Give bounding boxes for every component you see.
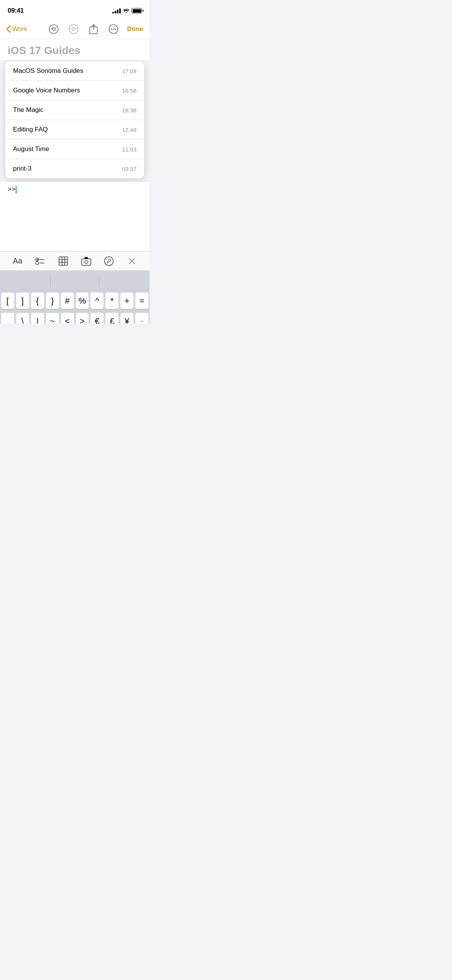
camera-button[interactable] [78,254,94,268]
wifi-icon [123,8,129,13]
svg-rect-11 [59,257,67,265]
svg-point-5 [113,28,114,30]
suggestion-item-0[interactable]: MacOS Sonoma Guides 17:08 [5,61,144,81]
key-plus[interactable]: + [120,293,133,309]
note-typing-area[interactable]: >> [0,182,150,205]
status-bar: 09:41 [0,0,150,19]
svg-point-4 [111,28,112,30]
suggestion-time-3: 12:48 [122,127,136,133]
key-caret[interactable]: ^ [90,293,104,309]
suggestion-time-0: 17:08 [122,68,136,74]
key-pound[interactable]: £ [105,313,118,324]
key-hash[interactable]: # [61,293,74,309]
checklist-button[interactable] [32,254,48,268]
key-close-bracket[interactable]: ] [16,293,29,309]
key-equals[interactable]: = [135,293,148,309]
table-button[interactable] [55,254,71,268]
nav-actions: Done [48,23,144,35]
font-label: Aa [13,257,22,265]
close-icon [128,257,136,265]
suggestion-time-1: 16:56 [122,87,136,94]
key-tilde[interactable]: ~ [46,313,59,324]
battery-icon [131,8,142,13]
key-asterisk[interactable]: * [105,293,118,309]
suggestion-name-2: The Magic [13,106,43,114]
svg-point-1 [69,25,78,33]
checklist-icon [35,256,46,266]
predictive-divider-2 [99,277,99,287]
markup-button[interactable] [101,254,117,268]
svg-point-18 [105,257,113,265]
svg-point-0 [49,25,58,33]
key-underscore[interactable]: _ [1,313,14,324]
key-row-2: _ \ | ~ < > € £ ¥ · [1,313,148,324]
key-pipe[interactable]: | [31,313,44,324]
close-toolbar-button[interactable] [124,254,140,268]
keyboard-rows: [ ] { } # % ^ * + = _ \ | ~ < > € £ ¥ · … [0,290,150,324]
signal-icon [112,8,121,13]
suggestion-item-5[interactable]: print-3 03:37 [5,159,144,178]
suggestion-name-0: MacOS Sonoma Guides [13,67,83,75]
redo-button[interactable] [67,23,80,35]
nav-bar: Work [0,19,150,39]
status-icons [112,8,142,13]
suggestion-name-1: Google Voice Numbers [13,87,80,94]
share-button[interactable] [87,23,100,35]
suggestion-time-4: 11:03 [122,146,136,153]
note-content-area: iOS 17 Guides [0,39,150,60]
chevron-left-icon [6,25,11,33]
suggestion-item-3[interactable]: Editing FAQ 12:48 [5,120,144,140]
suggestion-time-2: 16:36 [122,107,136,113]
key-close-brace[interactable]: } [46,293,59,309]
predictive-divider-1 [50,277,51,287]
key-dot[interactable]: · [135,313,148,324]
key-greater-than[interactable]: > [76,313,89,324]
back-button[interactable]: Work [6,25,37,33]
suggestion-item-2[interactable]: The Magic 16:36 [5,100,144,120]
formatting-toolbar: Aa [0,251,150,270]
table-icon [58,256,69,266]
key-percent[interactable]: % [76,293,89,309]
done-button[interactable]: Done [127,25,144,33]
text-cursor [16,186,16,194]
key-open-bracket[interactable]: [ [1,293,14,309]
svg-rect-16 [82,259,91,265]
undo-button[interactable] [48,23,60,35]
key-euro[interactable]: € [90,313,104,324]
suggestion-time-5: 03:37 [122,166,136,172]
suggestion-name-5: print-3 [13,165,31,173]
key-open-brace[interactable]: { [31,293,44,309]
suggestion-name-4: August Time [13,145,49,153]
camera-icon [81,257,92,266]
key-yen[interactable]: ¥ [120,313,133,324]
back-label: Work [12,25,27,33]
svg-point-6 [115,28,116,30]
font-format-button[interactable]: Aa [10,254,26,268]
key-row-1: [ ] { } # % ^ * + = [1,293,148,309]
keyboard: [ ] { } # % ^ * + = _ \ | ~ < > € £ ¥ · … [0,270,150,324]
key-less-than[interactable]: < [61,313,74,324]
suggestion-item-4[interactable]: August Time 11:03 [5,140,144,159]
key-backslash[interactable]: \ [16,313,29,324]
markup-icon [104,256,114,266]
suggestion-dropdown: MacOS Sonoma Guides 17:08 Google Voice N… [5,61,144,178]
status-time: 09:41 [8,7,24,15]
typing-text: >> [8,186,15,193]
note-empty-space [0,205,150,251]
svg-point-9 [36,261,39,265]
predictive-bar [0,273,150,290]
more-button[interactable] [107,23,120,35]
svg-point-17 [85,260,88,263]
suggestion-name-3: Editing FAQ [13,126,48,133]
note-header-partial: iOS 17 Guides [0,39,150,60]
suggestion-item-1[interactable]: Google Voice Numbers 16:56 [5,81,144,100]
